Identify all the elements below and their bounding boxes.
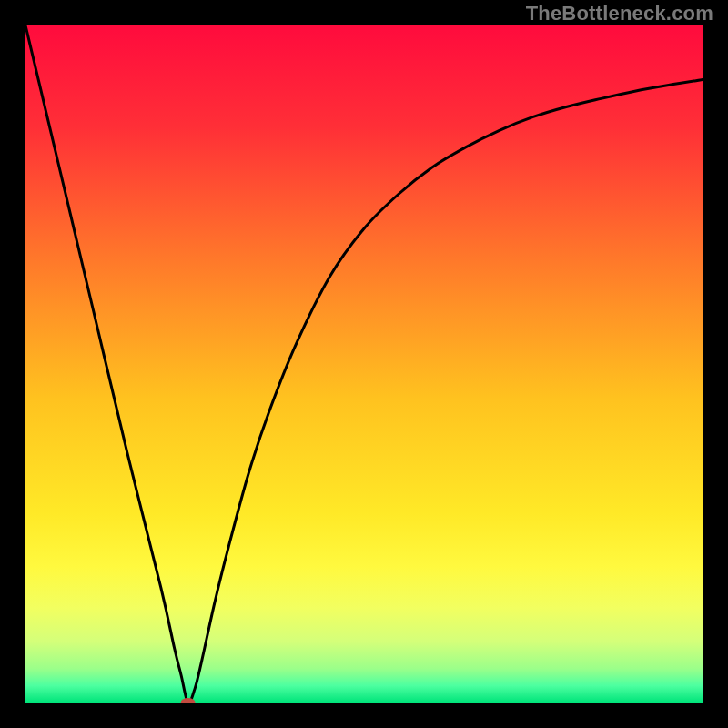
chart-frame: TheBottleneck.com <box>0 0 728 728</box>
bottleneck-chart <box>25 25 703 703</box>
attribution-text: TheBottleneck.com <box>526 2 713 25</box>
chart-background <box>25 25 703 703</box>
